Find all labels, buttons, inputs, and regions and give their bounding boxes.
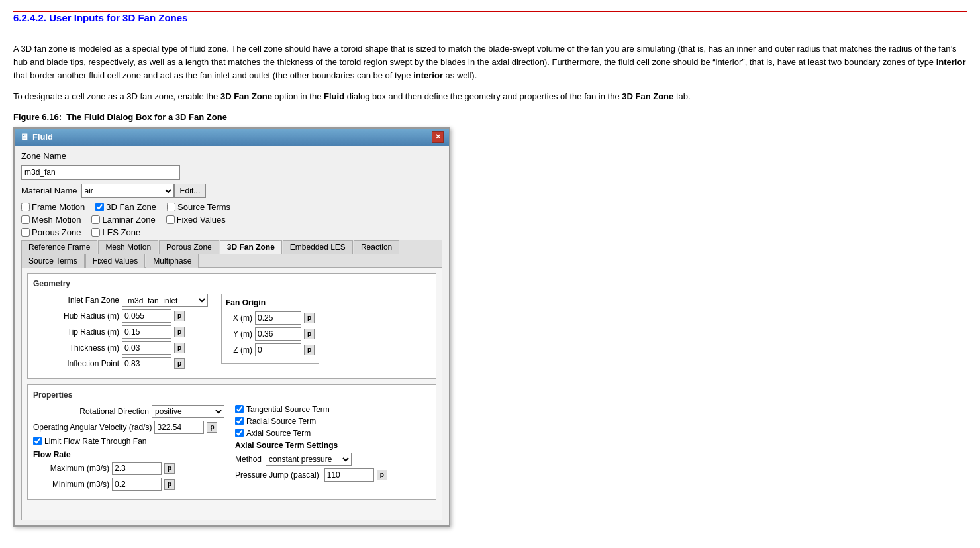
laminar-zone-label: Laminar Zone bbox=[102, 215, 155, 225]
tangential-source-checkbox-item[interactable]: Tangential Source Term bbox=[235, 405, 430, 414]
axial-source-checkbox-item[interactable]: Axial Source Term bbox=[235, 429, 430, 438]
min-flow-p-button[interactable]: p bbox=[164, 479, 175, 490]
laminar-zone-checkbox[interactable] bbox=[91, 215, 100, 224]
tab-multiphase[interactable]: Multiphase bbox=[146, 254, 199, 268]
thickness-input[interactable] bbox=[122, 341, 172, 355]
porous-zone-label: Porous Zone bbox=[32, 227, 81, 237]
angular-velocity-input[interactable] bbox=[154, 421, 204, 434]
laminar-zone-checkbox-item[interactable]: Laminar Zone bbox=[91, 215, 155, 225]
source-terms-checkbox[interactable] bbox=[167, 203, 175, 211]
fan-origin-z-p-button[interactable]: p bbox=[304, 345, 315, 355]
inflection-point-row: Inflection Point p bbox=[33, 357, 208, 370]
source-terms-label: Source Terms bbox=[177, 202, 230, 212]
inlet-fan-zone-select[interactable]: m3d_fan_inlet bbox=[122, 294, 208, 307]
geometry-layout: Inlet Fan Zone m3d_fan_inlet Hub Radius … bbox=[33, 294, 430, 373]
limit-flow-checkbox-item[interactable]: Limit Flow Rate Through Fan bbox=[33, 437, 224, 446]
material-row: Material Name air Edit... bbox=[21, 184, 442, 198]
pressure-jump-input[interactable] bbox=[324, 468, 374, 482]
tab-mesh-motion[interactable]: Mesh Motion bbox=[98, 240, 158, 254]
fan-origin-x-p-button[interactable]: p bbox=[304, 313, 315, 323]
geometry-section: Geometry Inlet Fan Zone m3d_fan_inlet bbox=[27, 273, 436, 379]
thickness-p-button[interactable]: p bbox=[174, 343, 185, 353]
hub-radius-input[interactable] bbox=[122, 309, 172, 323]
fan-origin-y-label: Y (m) bbox=[226, 329, 252, 339]
mesh-motion-checkbox-item[interactable]: Mesh Motion bbox=[21, 215, 81, 225]
tip-radius-p-button[interactable]: p bbox=[174, 327, 185, 337]
tab-fixed-values[interactable]: Fixed Values bbox=[85, 254, 145, 268]
figure-caption: Figure 6.16: The Fluid Dialog Box for a … bbox=[13, 112, 967, 122]
limit-flow-row: Limit Flow Rate Through Fan bbox=[33, 437, 224, 446]
angular-velocity-row: Operating Angular Velocity (rad/s) p bbox=[33, 421, 224, 434]
tab-scrollable-content[interactable]: Geometry Inlet Fan Zone m3d_fan_inlet bbox=[22, 268, 442, 520]
fan-origin-z-label: Z (m) bbox=[226, 345, 252, 355]
tangential-source-checkbox[interactable] bbox=[235, 405, 244, 413]
3d-fan-zone-checkbox[interactable] bbox=[95, 203, 104, 211]
properties-section: Properties Rotational Direction positive… bbox=[27, 384, 436, 500]
les-zone-checkbox[interactable] bbox=[91, 228, 100, 237]
max-flow-input[interactable] bbox=[112, 462, 162, 475]
dialog-icon: 🖥 bbox=[20, 132, 28, 142]
method-select[interactable]: constant pressure other bbox=[266, 453, 352, 466]
rotational-dir-select[interactable]: positive negative bbox=[152, 405, 224, 418]
flow-rate-title: Flow Rate bbox=[33, 450, 224, 459]
edit-material-button[interactable]: Edit... bbox=[174, 184, 207, 198]
tab-embedded-les[interactable]: Embedded LES bbox=[283, 240, 353, 254]
dialog-body: Zone Name Material Name air Edit... Fram… bbox=[15, 146, 449, 525]
checkboxes-row-3: Porous Zone LES Zone bbox=[21, 227, 442, 237]
3d-fan-zone-checkbox-item[interactable]: 3D Fan Zone bbox=[95, 202, 156, 212]
zone-name-label: Zone Name bbox=[21, 151, 66, 161]
dialog-close-button[interactable]: ✕ bbox=[432, 131, 444, 143]
method-label: Method bbox=[235, 455, 262, 464]
radial-source-checkbox-item[interactable]: Radial Source Term bbox=[235, 417, 430, 426]
geometry-left-column: Inlet Fan Zone m3d_fan_inlet Hub Radius … bbox=[33, 294, 208, 373]
material-select[interactable]: air bbox=[81, 184, 174, 198]
fan-origin-x-input[interactable] bbox=[255, 311, 301, 325]
porous-zone-checkbox-item[interactable]: Porous Zone bbox=[21, 227, 81, 237]
angular-velocity-p-button[interactable]: p bbox=[207, 422, 217, 433]
pressure-jump-p-button[interactable]: p bbox=[377, 470, 387, 480]
inflection-p-button[interactable]: p bbox=[174, 358, 185, 369]
tabs-bar: Reference Frame Mesh Motion Porous Zone … bbox=[21, 240, 442, 268]
hub-radius-p-button[interactable]: p bbox=[174, 311, 185, 321]
min-flow-input[interactable] bbox=[112, 478, 162, 491]
inflection-point-input[interactable] bbox=[122, 357, 172, 370]
fan-origin-y-input[interactable] bbox=[255, 327, 301, 341]
tab-source-terms[interactable]: Source Terms bbox=[21, 254, 85, 268]
tab-porous-zone[interactable]: Porous Zone bbox=[159, 240, 219, 254]
fixed-values-checkbox[interactable] bbox=[166, 215, 175, 224]
fixed-values-checkbox-item[interactable]: Fixed Values bbox=[166, 215, 226, 225]
radial-source-label: Radial Source Term bbox=[246, 417, 316, 426]
source-terms-checkbox-item[interactable]: Source Terms bbox=[167, 202, 230, 212]
frame-motion-checkbox[interactable] bbox=[21, 203, 30, 211]
properties-left-column: Rotational Direction positive negative O… bbox=[33, 405, 224, 494]
tab-3d-fan-zone[interactable]: 3D Fan Zone bbox=[220, 240, 282, 254]
thickness-label: Thickness (m) bbox=[33, 343, 119, 353]
fan-origin-z-input[interactable] bbox=[255, 343, 301, 356]
radial-source-checkbox[interactable] bbox=[235, 417, 244, 425]
inlet-fan-zone-label: Inlet Fan Zone bbox=[33, 296, 119, 305]
pressure-jump-label: Pressure Jump (pascal) bbox=[235, 470, 319, 480]
hub-radius-label: Hub Radius (m) bbox=[33, 311, 119, 321]
tip-radius-input[interactable] bbox=[122, 325, 172, 339]
axial-source-checkbox[interactable] bbox=[235, 429, 244, 437]
fan-origin-x-label: X (m) bbox=[226, 313, 252, 323]
max-flow-p-button[interactable]: p bbox=[164, 463, 175, 474]
tip-radius-label: Tip Radius (m) bbox=[33, 327, 119, 337]
tab-reference-frame[interactable]: Reference Frame bbox=[21, 240, 97, 254]
section-heading: 6.2.4.2. User Inputs for 3D Fan Zones bbox=[13, 11, 967, 23]
porous-zone-checkbox[interactable] bbox=[21, 228, 30, 237]
geometry-right-column: Fan Origin X (m) p Y (m) p bbox=[221, 294, 319, 373]
tab-reaction[interactable]: Reaction bbox=[354, 240, 399, 254]
frame-motion-checkbox-item[interactable]: Frame Motion bbox=[21, 202, 85, 212]
min-flow-row: Minimum (m3/s) p bbox=[33, 478, 224, 491]
mesh-motion-label: Mesh Motion bbox=[32, 215, 81, 225]
fan-origin-y-p-button[interactable]: p bbox=[304, 329, 315, 339]
min-flow-label: Minimum (m3/s) bbox=[33, 480, 109, 489]
limit-flow-checkbox[interactable] bbox=[33, 437, 42, 445]
zone-name-input[interactable] bbox=[21, 165, 180, 180]
fan-origin-y-row: Y (m) p bbox=[226, 327, 315, 341]
mesh-motion-checkbox[interactable] bbox=[21, 215, 30, 224]
les-zone-checkbox-item[interactable]: LES Zone bbox=[91, 227, 140, 237]
tangential-source-label: Tangential Source Term bbox=[246, 405, 330, 414]
max-flow-label: Maximum (m3/s) bbox=[33, 464, 109, 473]
